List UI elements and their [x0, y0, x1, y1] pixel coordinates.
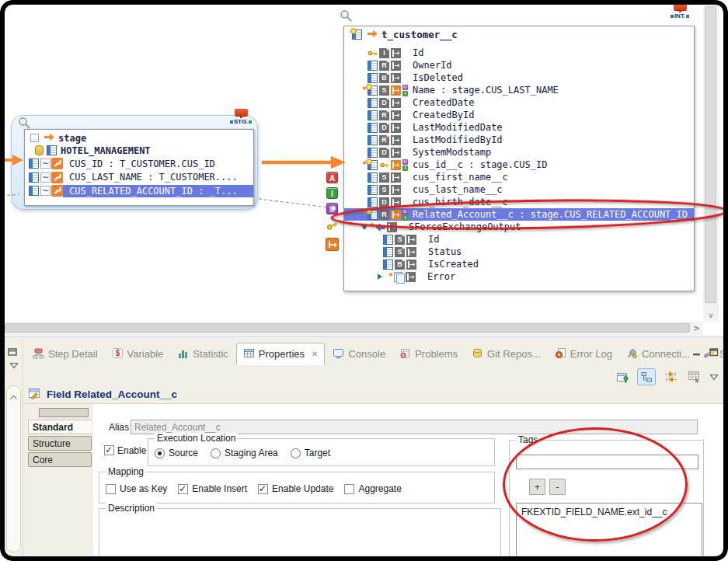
view-tab-step-detail[interactable]: Step Detail	[26, 343, 104, 365]
target-field-row[interactable]: S→cus_last_name__c	[344, 183, 694, 196]
target-field-row[interactable]: D→cus_birth_date__c	[344, 196, 694, 208]
scrollbar-thumb[interactable]	[705, 6, 716, 303]
maximize-view-icon[interactable]	[709, 346, 719, 360]
checkbox-icon[interactable]	[106, 484, 116, 494]
strategy-I-marker[interactable]: I	[326, 187, 338, 199]
column-icon	[383, 247, 393, 257]
view-menu-icon[interactable]	[9, 358, 19, 372]
view-tab-console[interactable]: Console	[326, 343, 392, 365]
stage-field-row[interactable]: ~CUS_RELATED_ACCOUNT_ID : _T...	[25, 184, 253, 198]
target-field-row[interactable]: *→UIcus_id__c : stage.CUS_ID	[344, 159, 694, 171]
table-layout-icon[interactable]	[685, 368, 704, 385]
target-field-row[interactable]: B*→IsCreated	[344, 258, 694, 270]
tree-layout-icon[interactable]	[637, 368, 656, 385]
staging-tool-badge[interactable]: STG.	[226, 109, 256, 126]
checkbox-use-as-key[interactable]: Use as Key	[106, 483, 167, 495]
scroll-right-icon[interactable]: >	[693, 323, 700, 333]
target-field-row[interactable]: B*→IsDeleted	[344, 71, 694, 84]
checkbox-aggregate[interactable]: Aggregate	[344, 483, 401, 495]
view-tab-variable[interactable]: $Variable	[106, 343, 170, 365]
view-tab-git-repos[interactable]: Git Repos...	[465, 343, 547, 365]
export-marker-icon[interactable]: →	[326, 238, 339, 251]
target-field-row[interactable]: I*→Id	[344, 47, 694, 59]
enable-checkbox[interactable]	[104, 445, 114, 455]
column-icon	[367, 98, 378, 108]
console-icon	[333, 347, 344, 361]
collapsed-sash[interactable]	[6, 385, 21, 552]
view-tab-error-log[interactable]: Error Log	[549, 343, 618, 365]
strategy-A-marker[interactable]: A	[326, 172, 338, 183]
type-S-icon: S*	[395, 247, 405, 257]
checkbox-label: Aggregate	[358, 483, 401, 495]
mapping-canvas[interactable]: STG. INT. stage HOTEL_MANAGEMENT ~CUS_I	[0, 0, 728, 340]
stage-node-header[interactable]: stage	[25, 130, 253, 144]
target-field-row[interactable]: S*→Status	[344, 246, 694, 258]
checkbox-enable-update[interactable]: Enable Update	[258, 483, 333, 495]
canvas-horizontal-scrollbar[interactable]: >	[5, 322, 703, 335]
close-icon[interactable]: ✕	[312, 350, 318, 358]
target-field-row[interactable]: S→cus_first_name__c	[344, 171, 694, 183]
view-tab-properties[interactable]: Properties✕	[236, 343, 326, 365]
target-field-row[interactable]: D*→SystemModstamp	[344, 146, 694, 159]
target-field-row[interactable]: D*→LastModifiedDate	[344, 121, 694, 134]
expand-down-icon[interactable]	[361, 225, 367, 233]
zoom-magnifier-icon[interactable]	[340, 9, 353, 26]
side-tab-standard[interactable]: Standard	[28, 420, 92, 434]
expand-right-icon[interactable]	[378, 274, 385, 280]
target-field-row[interactable]: R*→CreatedById	[344, 109, 694, 121]
checkbox-enable-insert[interactable]: Enable Insert	[178, 483, 247, 495]
stage-datastore[interactable]: HOTEL_MANAGEMENT	[25, 144, 253, 157]
scroll-up-icon[interactable]	[9, 389, 18, 402]
badge-U-icon: U	[402, 85, 408, 90]
radio-staging-area[interactable]: Staging Area	[211, 448, 278, 459]
zoom-magnifier-icon[interactable]	[18, 117, 31, 133]
description-field[interactable]	[103, 515, 497, 556]
pin-editor-icon[interactable]	[613, 368, 632, 385]
git-icon	[472, 347, 483, 361]
target-field-label: Id	[428, 235, 439, 245]
checkbox-label: Use as Key	[120, 483, 167, 495]
scrollbar-thumb[interactable]	[5, 323, 690, 333]
strategy-U-marker[interactable]: U	[326, 203, 338, 214]
target-field-row[interactable]: R*→OwnerId	[344, 59, 694, 71]
target-field-row[interactable]: S*→Id	[344, 233, 694, 246]
side-tab-scroll-stub[interactable]	[39, 408, 89, 417]
checkbox-icon[interactable]	[344, 484, 354, 494]
minimize-view-icon[interactable]	[692, 346, 702, 360]
stage-node[interactable]: stage HOTEL_MANAGEMENT ~CUS_ID : T_CUSTO…	[11, 115, 258, 210]
view-tab-statistic[interactable]: Statistic	[171, 343, 235, 365]
integration-tool-badge[interactable]: INT.	[665, 3, 695, 20]
radio-source[interactable]: Source	[155, 448, 198, 459]
radio-icon[interactable]	[211, 448, 221, 458]
target-node[interactable]: t_customer__c I*→IdR*→OwnerIdB*→IsDelete…	[343, 26, 695, 291]
view-tab-connecti[interactable]: Connecti...	[620, 343, 696, 365]
target-node-header[interactable]: t_customer__c	[344, 26, 694, 40]
view-tab-problems[interactable]: Problems	[393, 343, 464, 365]
target-field-row[interactable]: D*→CreatedDate	[344, 96, 694, 109]
radio-target[interactable]: Target	[291, 448, 330, 459]
scroll-down-icon[interactable]: ∨	[703, 311, 719, 320]
target-field-row[interactable]: *S→UIName : stage.CUS_LAST_NAME	[344, 84, 694, 96]
view-toolbar	[613, 368, 719, 386]
app-window: STG. INT. stage HOTEL_MANAGEMENT ~CUS_I	[0, 0, 728, 561]
side-tab-core[interactable]: Core	[28, 452, 92, 467]
radio-icon[interactable]	[291, 448, 301, 458]
stage-field-row[interactable]: ~CUS_LAST_NAME : T_CUSTOMER....	[25, 171, 253, 185]
transfer-arrows-icon[interactable]	[661, 368, 680, 385]
side-tab-structure[interactable]: Structure	[28, 436, 92, 451]
canvas-vertical-scrollbar[interactable]: ∨	[703, 5, 719, 322]
target-field-label: CreatedById	[413, 110, 474, 120]
target-field-row[interactable]: *R→UIRelated_Account__c : stage.CUS_RELA…	[344, 208, 694, 221]
wrench-icon	[51, 185, 63, 197]
staging-badge-label: STG.	[234, 118, 249, 126]
radio-icon[interactable]	[155, 448, 165, 458]
target-field-row[interactable]: *→Error	[344, 270, 694, 283]
checkbox-icon[interactable]	[178, 484, 188, 494]
key-marker-icon[interactable]	[324, 217, 341, 235]
target-field-row[interactable]: *→SForceExchangeOutput	[344, 221, 694, 233]
statistic-icon	[177, 347, 189, 361]
stage-field-row[interactable]: ~CUS_ID : T_CUSTOMER.CUS_ID	[25, 157, 253, 171]
checkbox-icon[interactable]	[258, 484, 268, 494]
view-menu-icon[interactable]	[709, 370, 719, 384]
target-field-row[interactable]: R*→LastModifiedById	[344, 134, 694, 146]
